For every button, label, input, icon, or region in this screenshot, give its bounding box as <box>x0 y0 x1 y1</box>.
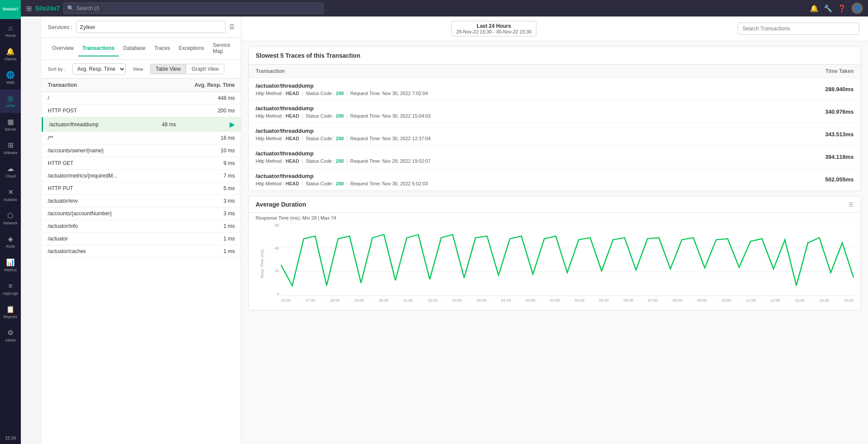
trace-row[interactable]: /actuator/threaddump Http Method : HEAD … <box>249 146 861 168</box>
sidebar-item-web[interactable]: 🌐Web <box>0 66 21 89</box>
avg-duration-menu-icon[interactable]: ☰ <box>848 201 854 208</box>
table-row[interactable]: / 448 ms <box>42 92 241 105</box>
x-tick: 15:00 <box>844 298 854 303</box>
trace-time-taken: 394.118ms <box>825 154 854 160</box>
notifications-icon[interactable]: 🔔 <box>810 4 819 13</box>
date-range-box[interactable]: Last 24 Hours 29-Nov-22 15:30 - 30-Nov-2… <box>451 21 536 36</box>
sidebar-label-metrics: Metrics <box>4 268 17 272</box>
sidebar-label-rum: RUM <box>6 244 15 249</box>
search-transactions-input[interactable] <box>738 23 859 35</box>
table-row[interactable]: /actuator 1 ms <box>42 233 241 245</box>
sidebar-icon-apm: ◎ <box>7 94 13 102</box>
sidebar-item-nutanix[interactable]: ✕Nutanix <box>0 183 21 207</box>
x-tick: 08:00 <box>673 298 683 303</box>
table-row[interactable]: /actuator/env 3 ms <box>42 195 241 207</box>
sidebar-item-server[interactable]: ▦Server <box>0 113 21 136</box>
transaction-name: HTTP GET <box>48 160 73 166</box>
transaction-name: /actuator <box>48 236 68 242</box>
sidebar-icon-alarms: 🔔 <box>6 47 15 56</box>
table-row[interactable]: /actuator/metrics/{requiredM... 7 ms <box>42 170 241 182</box>
sidebar-item-admin[interactable]: ⚙Admin <box>0 324 21 347</box>
sort-by-select[interactable]: Avg. Resp. Time <box>72 63 126 75</box>
global-search-bar[interactable]: 🔍 Search (/) <box>63 3 324 14</box>
table-row[interactable]: /actuator/threaddump 48 ms ▶ <box>42 117 241 132</box>
sidebar-item-rum[interactable]: ◈RUM <box>0 230 21 253</box>
slowest-traces-card: Slowest 5 Traces of this Transaction Tra… <box>248 46 861 191</box>
sidebar-label-reports: Reports <box>3 315 17 319</box>
left-panel: Services : Zylker ☰ OverviewTransactions… <box>42 16 241 444</box>
sidebar-label-nutanix: Nutanix <box>4 197 17 202</box>
help-icon[interactable]: ❓ <box>838 4 846 13</box>
transaction-time: 200 ms <box>211 108 235 114</box>
search-placeholder: Search (/) <box>76 5 99 11</box>
trace-name: /actuator/threaddump <box>256 105 431 112</box>
sidebar-icon-server: ▦ <box>7 118 14 126</box>
trace-row[interactable]: /actuator/threaddump Http Method : HEAD … <box>249 123 861 146</box>
trace-meta: Http Method : HEAD | Status Code : 200 |… <box>256 181 428 186</box>
services-label: Services : <box>48 24 72 30</box>
table-row[interactable]: /accounts/owner/{name} 10 ms <box>42 145 241 157</box>
grid-icon: ⊞ <box>26 4 32 13</box>
sidebar-icon-web: 🌐 <box>6 71 15 79</box>
transaction-time: 448 ms <box>211 95 235 101</box>
x-tick: 14:00 <box>819 298 829 303</box>
topbar-actions: 🔔 🔧 ❓ 👤 <box>810 3 863 14</box>
transaction-name: /accounts/owner/{name} <box>48 148 104 154</box>
transaction-time: 3 ms <box>211 210 235 217</box>
table-row[interactable]: HTTP POST 200 ms <box>42 105 241 117</box>
trace-row[interactable]: /actuator/threaddump Http Method : HEAD … <box>249 168 861 191</box>
table-row[interactable]: /actuator/info 1 ms <box>42 220 241 233</box>
sidebar-item-applogs[interactable]: ≡AppLogs <box>0 277 21 300</box>
graph-view-button[interactable]: Graph View <box>186 64 224 74</box>
sidebar-label-apm: APM <box>6 104 15 108</box>
table-view-button[interactable]: Table View <box>151 64 187 74</box>
trace-row[interactable]: /actuator/threaddump Http Method : HEAD … <box>249 101 861 123</box>
user-avatar[interactable]: 👤 <box>852 3 863 14</box>
transaction-name: /actuator/info <box>48 223 78 229</box>
services-select[interactable]: Zylker <box>76 21 226 33</box>
trace-meta: Http Method : HEAD | Status Code : 200 |… <box>256 113 431 118</box>
sidebar-label-cloud: Cloud <box>5 174 16 178</box>
avg-duration-meta: Response Time (ms): Min 28 | Max 74 <box>249 213 861 223</box>
tabs-bar: OverviewTransactionsDatabaseTracesExcept… <box>42 38 241 60</box>
filter-bar: Sort by : Avg. Resp. Time View Table Vie… <box>42 60 241 79</box>
sidebar-item-metrics[interactable]: 📊Metrics <box>0 253 21 277</box>
sidebar-icon-metrics: 📊 <box>6 258 15 266</box>
y-axis-label: Resp. Time (ms) <box>260 250 264 278</box>
sidebar-item-apm[interactable]: ◎APM <box>0 89 21 113</box>
avg-duration-title-bar: Average Duration ☰ <box>249 197 861 213</box>
services-menu-icon[interactable]: ☰ <box>229 23 235 30</box>
table-row[interactable]: /actuator/caches 1 ms <box>42 245 241 258</box>
sidebar-item-vmware[interactable]: ⊞VMware <box>0 136 21 160</box>
table-row[interactable]: /** 16 ms <box>42 132 241 145</box>
slowest-traces-title: Slowest 5 Traces of this Transaction <box>249 47 861 65</box>
x-tick: 17:00 <box>305 298 315 303</box>
sidebar-item-network[interactable]: ⬡Network <box>0 207 21 230</box>
sidebar-item-cloud[interactable]: ☁Cloud <box>0 160 21 183</box>
traces-table-header: Transaction Time Taken <box>249 65 861 78</box>
transaction-time: 48 ms <box>152 122 176 128</box>
sidebar-item-home[interactable]: ⌂Home <box>0 19 21 43</box>
tab-exceptions[interactable]: Exceptions <box>174 41 209 56</box>
table-row[interactable]: /accounts/{accountNumber} 3 ms <box>42 207 241 220</box>
table-row[interactable]: HTTP GET 9 ms <box>42 157 241 170</box>
tab-overview[interactable]: Overview <box>48 41 78 56</box>
settings-icon[interactable]: 🔧 <box>824 4 832 13</box>
x-tick: 19:00 <box>354 298 364 303</box>
sidebar-label-network: Network <box>3 221 17 225</box>
right-panel: Last 24 Hours 29-Nov-22 15:30 - 30-Nov-2… <box>241 16 868 444</box>
table-row[interactable]: HTTP PUT 5 ms <box>42 182 241 195</box>
transaction-time: 1 ms <box>211 248 235 254</box>
sidebar-item-alarms[interactable]: 🔔Alarms <box>0 43 21 66</box>
trace-name: /actuator/threaddump <box>256 150 431 157</box>
tab-traces[interactable]: Traces <box>150 41 174 56</box>
tab-service_map[interactable]: Service Map <box>208 38 235 59</box>
x-tick: 21:00 <box>403 298 413 303</box>
tab-database[interactable]: Database <box>119 41 150 56</box>
tab-transactions[interactable]: Transactions <box>78 41 119 56</box>
x-tick: 05:00 <box>599 298 609 303</box>
sidebar-icon-applogs: ≡ <box>8 282 12 290</box>
sidebar-item-reports[interactable]: 📋Reports <box>0 300 21 324</box>
transaction-time: 1 ms <box>211 236 235 242</box>
trace-row[interactable]: /actuator/threaddump Http Method : HEAD … <box>249 78 861 101</box>
